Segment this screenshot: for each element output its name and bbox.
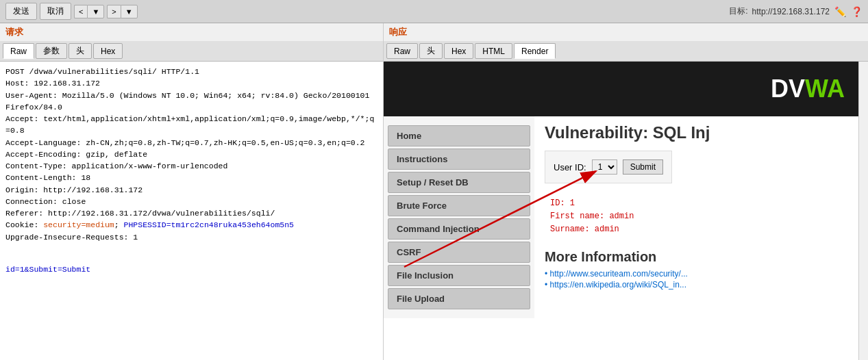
dvwa-logo: DVWA xyxy=(771,75,845,103)
help-icon[interactable]: ❓ xyxy=(850,5,863,18)
sidebar-item-brute-force[interactable]: Brute Force xyxy=(388,195,530,216)
sqli-form: User ID: 1 2 3 Submit xyxy=(545,151,672,183)
sidebar-item-instructions[interactable]: Instructions xyxy=(388,149,530,170)
request-content-area[interactable]: POST /dvwa/vulnerabilities/sqli/ HTTP/1.… xyxy=(0,62,383,360)
dvwa-logo-text: DV xyxy=(771,75,805,103)
sidebar-item-command-injection[interactable]: Command Injection xyxy=(388,218,530,240)
dvwa-sidebar: Home Instructions Setup / Reset DB Brute… xyxy=(384,116,534,318)
response-content-area: DVWA Home Instructions Setup / Reset DB … xyxy=(384,62,868,360)
render-area[interactable]: DVWA Home Instructions Setup / Reset DB … xyxy=(384,62,858,360)
toolbar: 发送 取消 < ▼ > ▼ 目标: http://192.168.31.172 … xyxy=(0,0,868,23)
result-firstname: First name: admin xyxy=(550,210,843,223)
cancel-button[interactable]: 取消 xyxy=(40,3,71,20)
tab-params[interactable]: 参数 xyxy=(36,43,67,59)
user-id-label: User ID: xyxy=(554,162,586,172)
sidebar-item-setup[interactable]: Setup / Reset DB xyxy=(388,172,530,193)
tab-raw[interactable]: Raw xyxy=(3,43,34,59)
result-surname: Surname: admin xyxy=(550,223,843,236)
result-id: ID: 1 xyxy=(550,197,843,210)
dvwa-body: Home Instructions Setup / Reset DB Brute… xyxy=(384,116,858,318)
request-body: id=1&Submit=Submit xyxy=(5,263,377,275)
forward-nav-group: > ▼ xyxy=(107,5,137,18)
back-dropdown-button[interactable]: ▼ xyxy=(87,5,104,18)
request-text: POST /dvwa/vulnerabilities/sqli/ HTTP/1.… xyxy=(5,66,377,243)
response-tab-hex[interactable]: Hex xyxy=(444,43,473,59)
forward-dropdown-button[interactable]: ▼ xyxy=(121,5,138,18)
target-info: 目标: http://192.168.31.172 ✏️ ❓ xyxy=(729,5,863,18)
vulnerability-title: Vulnerability: SQL Inj xyxy=(545,123,848,142)
request-title: 请求 xyxy=(0,23,383,41)
sqli-result: ID: 1 First name: admin Surname: admin xyxy=(545,192,848,242)
response-panel: 响应 Raw 头 Hex HTML Render DVWA Home xyxy=(384,23,868,360)
back-button[interactable]: < xyxy=(74,5,87,18)
more-info-title: More Information xyxy=(545,249,848,265)
cookie-phpsessid: PHPSESSID=tm1rc2cn48ruka453eh64om5n5 xyxy=(124,220,294,229)
dvwa-main-content: Vulnerability: SQL Inj User ID: 1 2 3 Su… xyxy=(534,116,858,318)
render-scrollbar[interactable] xyxy=(858,62,868,360)
sidebar-item-home[interactable]: Home xyxy=(388,125,530,146)
sidebar-item-file-upload[interactable]: File Upload xyxy=(388,288,530,309)
back-nav-group: < ▼ xyxy=(74,5,104,18)
main-content: 请求 Raw 参数 头 Hex POST /dvwa/vulnerabiliti… xyxy=(0,23,868,360)
response-tab-html[interactable]: HTML xyxy=(475,43,512,59)
target-label: 目标: xyxy=(729,5,747,17)
target-url: http://192.168.31.172 xyxy=(752,7,830,16)
request-tabs-bar: Raw 参数 头 Hex xyxy=(0,41,383,62)
dvwa-header: DVWA xyxy=(384,62,858,116)
more-info-link-2[interactable]: • https://en.wikipedia.org/wiki/SQL_in..… xyxy=(545,280,848,290)
tab-headers[interactable]: 头 xyxy=(69,43,92,59)
edit-icon[interactable]: ✏️ xyxy=(834,5,846,18)
dvwa-logo-wa: WA xyxy=(805,75,845,103)
user-id-select[interactable]: 1 2 3 xyxy=(592,159,617,175)
sqli-submit-button[interactable]: Submit xyxy=(623,159,663,175)
request-panel: 请求 Raw 参数 头 Hex POST /dvwa/vulnerabiliti… xyxy=(0,23,384,360)
sidebar-item-csrf[interactable]: CSRF xyxy=(388,242,530,263)
response-tab-raw[interactable]: Raw xyxy=(386,43,418,59)
cookie-security: security=medium xyxy=(43,220,114,229)
forward-button[interactable]: > xyxy=(107,5,120,18)
response-title: 响应 xyxy=(384,23,868,41)
response-tab-headers[interactable]: 头 xyxy=(419,43,443,59)
sidebar-item-file-inclusion[interactable]: File Inclusion xyxy=(388,265,530,286)
tab-hex[interactable]: Hex xyxy=(93,43,123,59)
response-tab-render[interactable]: Render xyxy=(514,43,556,59)
more-info-link-1[interactable]: • http://www.securiteam.com/security/... xyxy=(545,269,848,279)
send-button[interactable]: 发送 xyxy=(5,3,37,20)
response-tabs-bar: Raw 头 Hex HTML Render xyxy=(384,41,868,62)
